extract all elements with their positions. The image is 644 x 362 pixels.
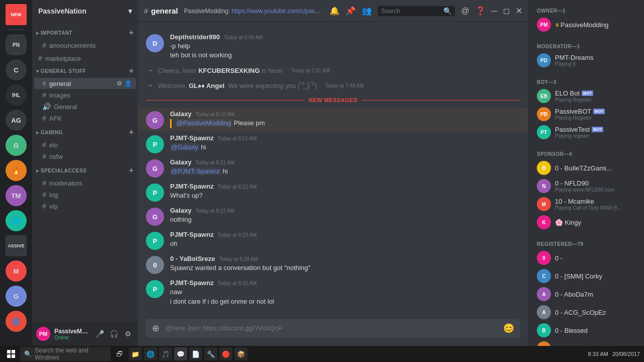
- member-avatar: PT: [537, 125, 551, 139]
- server-icon-m1[interactable]: M: [6, 260, 27, 282]
- channel-general[interactable]: # general ⚙ 👤: [34, 78, 136, 89]
- taskbar-app2-icon[interactable]: 📦: [234, 347, 248, 360]
- taskbar-explorer-icon[interactable]: 📁: [129, 347, 142, 360]
- add-channel-icon[interactable]: +: [129, 128, 134, 137]
- msg-username[interactable]: PJMT-Spawnz: [170, 279, 214, 287]
- server-icon-c[interactable]: C: [6, 59, 27, 80]
- member-name-row: ♛ PassiveModding: [555, 21, 636, 29]
- channel-elo[interactable]: # elo: [34, 139, 136, 150]
- add-channel-icon[interactable]: +: [129, 28, 134, 37]
- at-icon[interactable]: @: [461, 7, 469, 16]
- add-attachment-icon[interactable]: ⊕: [150, 319, 162, 338]
- category-specialaccess[interactable]: ▸ SPECIALACCESS +: [32, 164, 138, 177]
- add-channel-icon[interactable]: +: [129, 66, 134, 75]
- member-item[interactable]: A 0 - AboDa7m: [533, 285, 640, 303]
- member-item[interactable]: B 0 - Blessed: [533, 321, 640, 339]
- add-channel-icon[interactable]: +: [129, 166, 134, 175]
- member-item[interactable]: B 0 - brian: [533, 339, 640, 346]
- minimize-icon[interactable]: ─: [492, 7, 497, 16]
- channel-announcements[interactable]: # announcements: [34, 40, 136, 51]
- msg-username[interactable]: Galaxy: [170, 110, 192, 118]
- server-icon-pn[interactable]: PN: [6, 34, 27, 55]
- msg-username[interactable]: Depthstrider890: [170, 33, 220, 41]
- member-item[interactable]: A 0 - ACG_ScOpEz: [533, 303, 640, 321]
- server-icon-new[interactable]: NEW: [6, 4, 27, 25]
- taskbar-app1-icon[interactable]: 🔴: [219, 347, 232, 360]
- mention[interactable]: @PJMT-Spawnz: [170, 167, 221, 175]
- mention[interactable]: @PassiveModding: [176, 119, 232, 127]
- member-avatar: B: [537, 341, 551, 346]
- microphone-icon[interactable]: 🎤: [94, 328, 106, 340]
- msg-username[interactable]: PJMT-Spawnz: [170, 134, 214, 142]
- bell-icon[interactable]: 🔔: [330, 6, 340, 16]
- member-name: PMT-Dreams: [555, 54, 636, 61]
- channel-vip[interactable]: # vip: [34, 201, 136, 212]
- server-name[interactable]: PassiveNation ▾: [32, 0, 138, 22]
- emoji-icon[interactable]: 😊: [501, 319, 516, 338]
- search-taskbar-button[interactable]: 🔍 Search the web and Windows: [20, 347, 111, 361]
- channel-invite-icon[interactable]: 👤: [124, 80, 132, 87]
- taskbar-vs-icon[interactable]: 🔧: [204, 347, 217, 360]
- server-icon-ag[interactable]: AG: [6, 110, 27, 131]
- taskbar-music-icon[interactable]: 🎵: [159, 347, 172, 360]
- chat-area: # general PassiveModding: https://www.yo…: [138, 0, 528, 346]
- category-gaming[interactable]: ▸ GAMING +: [32, 126, 138, 139]
- close-icon[interactable]: ✕: [516, 6, 522, 16]
- category-general-stuff[interactable]: ▾ GENERAL STUFF +: [32, 64, 138, 77]
- taskbar-chrome-icon[interactable]: 🌐: [144, 347, 157, 360]
- member-item[interactable]: K 🌸 Kingy: [533, 213, 640, 231]
- search-box[interactable]: 🔍: [378, 6, 455, 16]
- category-important[interactable]: ▸ IMPORTANT +: [32, 26, 138, 39]
- help-icon[interactable]: ❓: [475, 6, 486, 16]
- member-name: 10 - Mcamike: [555, 198, 636, 205]
- msg-username[interactable]: Galaxy: [170, 207, 192, 214]
- mention[interactable]: @Galaxy: [170, 143, 199, 151]
- channel-log[interactable]: # log: [34, 189, 136, 200]
- settings-icon[interactable]: ⚙: [122, 328, 134, 340]
- member-item[interactable]: PT PassiveTest BOT Playing register: [533, 123, 640, 141]
- channel-voice-general[interactable]: 🔊 General: [34, 101, 136, 112]
- channel-moderators[interactable]: # moderators: [34, 177, 136, 189]
- server-icon-g3[interactable]: 🌐: [6, 210, 27, 231]
- taskbar-notepad-icon[interactable]: 📄: [189, 347, 202, 360]
- server-icon-ihl[interactable]: IHL: [6, 84, 27, 106]
- member-item[interactable]: 0 0 -: [533, 249, 640, 267]
- server-icon-assive[interactable]: ASSIVE: [6, 235, 27, 256]
- taskbar-discord-icon[interactable]: 💬: [174, 347, 187, 360]
- task-view-button[interactable]: 🗗: [113, 347, 127, 361]
- member-item[interactable]: N 0 - NFLD90 Playing www.NFLD90.com: [533, 177, 640, 195]
- server-icon-g1[interactable]: G: [6, 135, 27, 156]
- server-icon-g5[interactable]: 🌀: [6, 311, 27, 332]
- channel-marketplace[interactable]: # marketplace: [34, 53, 136, 64]
- member-item[interactable]: PD PMT-Dreams Playing 8: [533, 51, 640, 69]
- channel-afk[interactable]: # AFK: [34, 113, 136, 124]
- channel-link-youtube[interactable]: https://www.youtube.com/c/passivex: [231, 8, 324, 15]
- member-item[interactable]: B 0 - BuIleTZzGami...: [533, 159, 640, 177]
- start-button[interactable]: [4, 347, 18, 361]
- members-icon[interactable]: 👥: [362, 6, 372, 16]
- channel-nsfw[interactable]: # nsfw: [34, 151, 136, 162]
- msg-username[interactable]: PJMT-Spawnz: [170, 183, 214, 190]
- msg-username[interactable]: Galaxy: [170, 158, 192, 166]
- member-item[interactable]: PB PassiveBOT BOT Playing Register: [533, 105, 640, 123]
- member-item[interactable]: C 0 - [SMM] Corky: [533, 267, 640, 285]
- pin-icon[interactable]: 📌: [346, 6, 356, 16]
- member-info: 0 -: [555, 254, 636, 262]
- msg-username[interactable]: 0 - YaBoiSreze: [170, 255, 215, 262]
- member-name: 0 - BuIleTZzGami...: [555, 164, 636, 172]
- channel-settings-icon[interactable]: ⚙: [117, 80, 122, 87]
- search-input[interactable]: [381, 8, 441, 15]
- channel-images[interactable]: # images: [34, 89, 136, 101]
- svg-rect-3: [12, 354, 15, 358]
- member-item[interactable]: PM ♛ PassiveModding: [533, 16, 640, 34]
- headphones-icon[interactable]: 🎧: [108, 328, 120, 340]
- server-icon-g4[interactable]: G: [6, 286, 27, 307]
- maximize-icon[interactable]: ◻: [503, 6, 510, 16]
- member-item[interactable]: EB ELO Bot BOT Playing Register: [533, 87, 640, 105]
- server-icon-g2[interactable]: 🔥: [6, 160, 27, 181]
- msg-timestamp: Today at 8:22 AM: [196, 208, 234, 214]
- msg-username[interactable]: PJMT-Spawnz: [170, 231, 214, 238]
- server-icon-tm[interactable]: TM: [6, 185, 27, 206]
- chat-input[interactable]: [162, 319, 501, 338]
- member-item[interactable]: M 10 - Mcamike Playing Call of Duty WWII…: [533, 195, 640, 213]
